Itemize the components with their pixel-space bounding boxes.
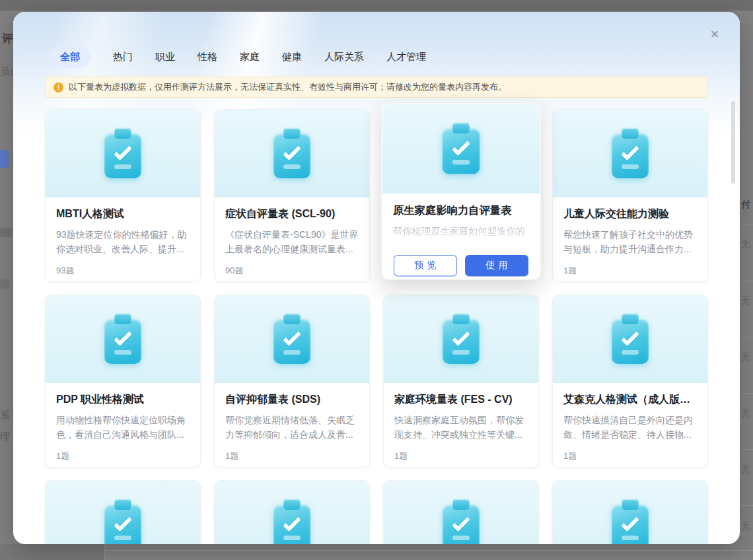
template-card-mbti[interactable]: MBTI人格测试 93题快速定位你的性格偏好，助你选对职业、改善人际、提升...… xyxy=(45,109,201,282)
card-title: PDP 职业性格测试 xyxy=(56,393,190,407)
template-card-grid: MBTI人格测试 93题快速定位你的性格偏好，助你选对职业、改善人际、提升...… xyxy=(45,109,708,544)
tab-talent[interactable]: 人才管理 xyxy=(386,46,426,68)
card-description: 帮你梳理原生家庭如何塑造你的 xyxy=(393,224,529,254)
card-question-count: 90题 xyxy=(225,265,359,277)
background-table-line xyxy=(104,550,753,551)
clipboard-check-icon xyxy=(610,499,650,545)
clipboard-check-icon xyxy=(272,499,312,545)
tab-health[interactable]: 健康 xyxy=(282,46,302,68)
template-card-fes[interactable]: 家庭环境量表 (FES - CV) 快速洞察家庭互动氛围，帮你发现支持、冲突或独… xyxy=(383,295,539,468)
card-icon-area xyxy=(553,481,707,544)
background-table-cell: 无 xyxy=(741,238,750,250)
card-question-count: 1题 xyxy=(225,450,359,462)
template-card-scl90[interactable]: 症状自评量表 (SCL-90) 《症状自评量表-SCL90》是世界上最著名的心理… xyxy=(214,109,370,282)
clipboard-check-icon xyxy=(441,499,481,545)
template-card-partial[interactable] xyxy=(552,480,708,544)
disclaimer-banner: ! 以下量表为虚拟数据，仅用作测评方法展示，无法保证真实性、有效性与商用许可；请… xyxy=(45,77,708,98)
card-icon-area xyxy=(553,110,707,197)
clipboard-check-icon xyxy=(272,313,312,366)
card-icon-area xyxy=(215,295,369,383)
background-table-line xyxy=(741,337,753,337)
background-table-cell: 无 xyxy=(741,520,750,532)
background-table-line xyxy=(741,281,753,281)
card-description: 《症状自评量表-SCL90》是世界上最著名的心理健康测试量表... xyxy=(225,227,359,256)
template-card-child-social[interactable]: 儿童人际交往能力测验 帮您快速了解孩子社交中的优势与短板，助力提升沟通合作力..… xyxy=(552,109,708,282)
background-table-cell: 无 xyxy=(741,295,750,307)
card-title: 症状自评量表 (SCL-90) xyxy=(225,207,359,221)
template-card-epq[interactable]: 艾森克人格测试（成人版）E... 帮你快速摸清自己是外向还是内敛、情绪是否稳定、… xyxy=(552,295,708,468)
disclaimer-text: 以下量表为虚拟数据，仅用作测评方法展示，无法保证真实性、有效性与商用许可；请修改… xyxy=(69,81,507,93)
background-table-line xyxy=(741,225,753,225)
tab-all[interactable]: 全部 xyxy=(50,46,90,68)
clipboard-check-icon xyxy=(272,127,312,180)
card-icon-area xyxy=(46,110,200,197)
clipboard-check-icon xyxy=(103,499,143,545)
background-sidebar-fragment: 系 xyxy=(0,409,10,422)
card-icon-area xyxy=(46,295,200,383)
card-question-count: 93题 xyxy=(56,265,190,277)
background-table-cell: 无 xyxy=(741,464,750,475)
card-icon-area xyxy=(382,104,540,193)
card-title: 儿童人际交往能力测验 xyxy=(563,207,697,221)
card-hover-actions: 预览 使用 xyxy=(393,255,529,277)
tab-family[interactable]: 家庭 xyxy=(240,46,260,68)
clipboard-check-icon xyxy=(441,313,481,366)
clipboard-check-icon xyxy=(610,313,650,366)
clipboard-check-icon xyxy=(441,122,481,176)
tab-career[interactable]: 职业 xyxy=(155,46,175,68)
background-sidebar-fragment: 理 xyxy=(0,431,10,443)
card-title: 家庭环境量表 (FES - CV) xyxy=(394,393,528,407)
card-description: 帮您快速了解孩子社交中的优势与短板，助力提升沟通合作力... xyxy=(563,227,697,256)
background-text-block xyxy=(0,228,12,237)
warning-icon: ! xyxy=(54,83,63,92)
card-icon-area xyxy=(384,481,538,544)
close-icon[interactable]: × xyxy=(705,25,724,44)
card-description: 帮你快速摸清自己是外向还是内敛、情绪是否稳定、待人接物... xyxy=(563,413,697,442)
tab-relationships[interactable]: 人际关系 xyxy=(324,46,364,68)
modal-scrollbar-thumb[interactable] xyxy=(731,101,735,184)
card-question-count: 1题 xyxy=(394,450,528,462)
clipboard-check-icon xyxy=(103,127,143,180)
template-card-partial[interactable] xyxy=(45,480,201,544)
background-topbar xyxy=(0,0,753,11)
template-gallery-modal: × 全部 热门 职业 性格 家庭 健康 人际关系 人才管理 ! 以下量表为虚拟数… xyxy=(13,12,740,544)
template-card-family-origin[interactable]: 原生家庭影响力自评量表 帮你梳理原生家庭如何塑造你的 预览 使用 xyxy=(382,103,541,279)
background-logo-text: 评 xyxy=(2,31,13,46)
preview-button[interactable]: 预览 xyxy=(394,255,457,277)
card-title: 原生家庭影响力自评量表 xyxy=(393,203,529,217)
card-icon-area xyxy=(215,110,369,197)
card-description: 用动物性格帮你快速定位职场角色，看清自己沟通风格与团队... xyxy=(56,413,190,442)
card-icon-area xyxy=(215,481,369,544)
use-button[interactable]: 使用 xyxy=(465,255,528,277)
clipboard-check-icon xyxy=(610,127,650,180)
card-icon-area xyxy=(553,295,707,383)
card-question-count: 1题 xyxy=(563,450,697,462)
template-card-pdp[interactable]: PDP 职业性格测试 用动物性格帮你快速定位职场角色，看清自己沟通风格与团队..… xyxy=(45,295,201,468)
background-bottom-panel xyxy=(0,544,104,560)
background-table-line xyxy=(741,449,753,450)
card-icon-area xyxy=(46,481,200,544)
card-description: 快速洞察家庭互动氛围，帮你发现支持、冲突或独立性等关键... xyxy=(394,413,528,442)
background-table-line xyxy=(741,393,753,394)
card-title: 自评抑郁量表 (SDS) xyxy=(225,393,359,407)
template-card-sds[interactable]: 自评抑郁量表 (SDS) 帮你觉察近期情绪低落、失眠乏力等抑郁倾向，适合成人及青… xyxy=(214,295,370,468)
background-table-cell: 无 xyxy=(741,351,750,363)
background-table-cell: 无 xyxy=(741,407,750,419)
template-card-partial[interactable] xyxy=(383,480,539,544)
background-table-line xyxy=(104,559,753,559)
background-table-line xyxy=(104,544,105,560)
background-blue-button-fragment xyxy=(0,150,9,168)
tab-hot[interactable]: 热门 xyxy=(113,46,133,68)
tab-personality[interactable]: 性格 xyxy=(197,46,217,68)
card-question-count: 1题 xyxy=(563,265,697,277)
background-table-line xyxy=(741,505,753,506)
template-card-partial[interactable] xyxy=(214,480,370,544)
background-table-header: 付 xyxy=(741,199,750,211)
card-description: 帮你觉察近期情绪低落、失眠乏力等抑郁倾向，适合成人及青... xyxy=(225,413,359,442)
card-icon-area xyxy=(384,295,538,383)
category-tabs: 全部 热门 职业 性格 家庭 健康 人际关系 人才管理 xyxy=(13,12,740,68)
clipboard-check-icon xyxy=(103,313,143,366)
card-title: 艾森克人格测试（成人版）E... xyxy=(563,393,697,407)
card-title: MBTI人格测试 xyxy=(56,207,190,221)
background-text-block xyxy=(0,279,9,289)
